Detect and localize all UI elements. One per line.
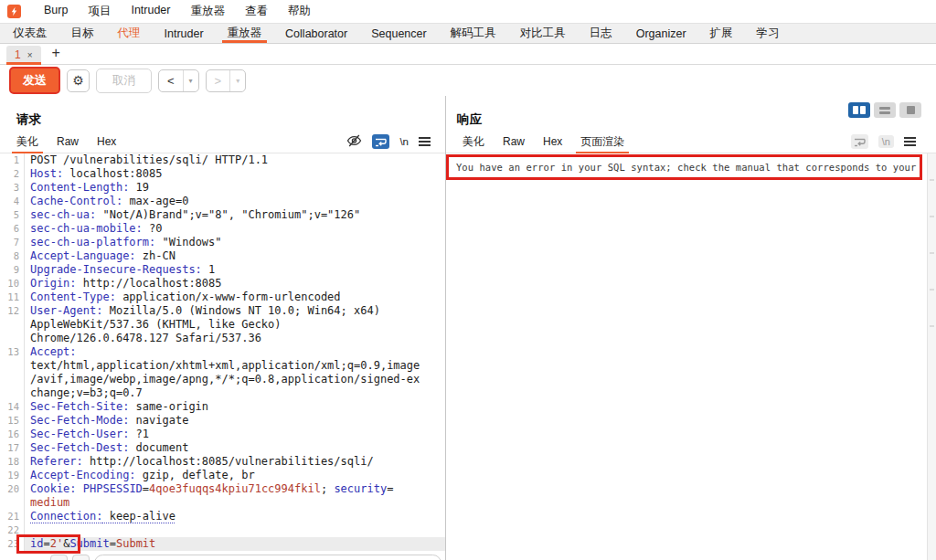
code-segment: Connection: — [30, 510, 102, 523]
code-segment: 2' — [50, 537, 63, 550]
code-segment: = — [43, 537, 49, 550]
search-option-button[interactable] — [50, 555, 68, 560]
request-line: 12User-Agent: Mozilla/5.0 (Windows NT 10… — [0, 304, 445, 318]
main-tab-organizer[interactable]: Organizer — [624, 24, 698, 43]
main-tab-decoder[interactable]: 解码工具 — [439, 24, 508, 43]
repeater-tab-1[interactable]: 1 × — [6, 46, 41, 64]
code-segment: sec-ch-ua: — [30, 208, 96, 221]
line-number: 17 — [0, 441, 24, 455]
code-segment: = — [387, 482, 393, 495]
request-line: 13Accept: — [0, 345, 445, 359]
code-segment: document — [129, 441, 188, 454]
request-line: change;v=b3;q=0.7 — [0, 386, 445, 400]
soft-wrap-toggle-icon[interactable] — [851, 134, 868, 149]
add-tab-button[interactable]: + — [52, 44, 60, 64]
search-input[interactable] — [94, 555, 441, 560]
code-segment: keep-alive — [102, 510, 175, 523]
history-back-dropdown[interactable]: ▾ — [184, 70, 198, 91]
burp-logo-icon — [7, 5, 21, 18]
request-search-bar — [0, 555, 441, 560]
editor-menu-icon[interactable] — [419, 137, 431, 146]
request-line: AppleWebKit/537.36 (KHTML, like Gecko) — [0, 318, 445, 332]
request-line-text: text/html,application/xhtml+xml,applicat… — [24, 359, 445, 373]
code-segment: PHPSESSID — [83, 482, 143, 495]
main-tab-learn[interactable]: 学习 — [745, 24, 792, 43]
main-tab-sequencer[interactable]: Sequencer — [359, 24, 438, 43]
code-segment: Sec-Fetch-Mode: — [30, 414, 129, 427]
code-segment: Submit — [116, 537, 155, 550]
request-line-text: change;v=b3;q=0.7 — [24, 386, 445, 400]
code-segment: id — [30, 537, 43, 550]
response-render-view[interactable]: You have an error in your SQL syntax; ch… — [446, 153, 927, 560]
code-segment: Sec-Fetch-Site: — [30, 400, 129, 413]
request-line-text: Content-Type: application/x-www-form-url… — [24, 291, 445, 304]
layout-single-button[interactable] — [899, 102, 921, 118]
cancel-button[interactable]: 取消 — [96, 69, 152, 93]
request-tab-pretty[interactable]: 美化 — [7, 131, 48, 153]
code-segment: change;v=b3;q=0.7 — [30, 386, 143, 399]
editor-menu-icon[interactable] — [904, 137, 916, 146]
code-segment: Cache-Control: — [30, 195, 122, 207]
search-option-button[interactable] — [72, 555, 90, 560]
main-tab-collaborator[interactable]: Collaborator — [273, 24, 359, 43]
main-tab-proxy[interactable]: 代理 — [106, 24, 153, 43]
menubar-item-2[interactable]: Intruder — [121, 4, 180, 19]
layout-columns-button[interactable] — [848, 102, 870, 118]
line-number — [0, 359, 24, 373]
layout-rows-button[interactable] — [874, 102, 896, 118]
main-tab-extensions[interactable]: 扩展 — [698, 24, 745, 43]
code-segment: ; — [321, 482, 334, 495]
response-tab-pretty[interactable]: 美化 — [453, 131, 494, 153]
code-segment: 19 — [129, 181, 149, 194]
main-tab-comparer[interactable]: 对比工具 — [508, 24, 578, 43]
menubar-item-4[interactable]: 查看 — [235, 4, 278, 19]
menubar-item-1[interactable]: 项目 — [78, 4, 121, 19]
request-line-text: POST /vulnerabilities/sqli/ HTTP/1.1 — [24, 153, 445, 167]
request-editor[interactable]: 1POST /vulnerabilities/sqli/ HTTP/1.12Ho… — [0, 153, 445, 560]
menubar-item-0[interactable]: Burp — [34, 4, 78, 19]
code-segment: ?0 — [143, 222, 163, 235]
hide-nonprintable-eye-icon[interactable] — [346, 134, 362, 150]
code-segment: Submit — [69, 537, 109, 550]
line-number: 1 — [0, 153, 24, 167]
response-tab-render[interactable]: 页面渲染 — [571, 131, 633, 153]
settings-gear-button[interactable]: ⚙ — [67, 69, 90, 92]
history-back-button[interactable]: < — [159, 70, 184, 91]
show-newlines-toggle-icon[interactable]: \n — [399, 136, 409, 147]
code-segment: zh-CN — [136, 249, 176, 262]
request-line: 20Cookie: PHPSESSID=4qoe3fuqqs4kpiu71cc9… — [0, 482, 445, 496]
line-number: 20 — [0, 482, 24, 496]
request-tab-raw[interactable]: Raw — [48, 131, 88, 153]
send-button[interactable]: 发送 — [9, 67, 60, 94]
code-segment: application/x-www-form-urlencoded — [116, 291, 341, 303]
history-forward-dropdown[interactable]: ▾ — [230, 70, 245, 91]
main-tab-target[interactable]: 目标 — [59, 24, 106, 43]
repeater-tab-bar: 1 × + — [0, 44, 936, 65]
repeater-tab-label: 1 — [15, 48, 21, 61]
request-line: 1POST /vulnerabilities/sqli/ HTTP/1.1 — [0, 153, 445, 167]
response-scrollbar[interactable] — [927, 153, 936, 560]
close-tab-icon[interactable]: × — [27, 50, 33, 60]
line-number: 16 — [0, 428, 24, 441]
show-newlines-toggle-icon[interactable]: \n — [878, 135, 894, 148]
history-forward-button[interactable]: > — [207, 70, 231, 91]
response-tab-hex[interactable]: Hex — [534, 131, 571, 153]
code-segment: Sec-Fetch-Dest: — [30, 441, 129, 454]
soft-wrap-toggle-icon[interactable] — [372, 134, 389, 149]
code-segment: http://localhost:8085 — [77, 277, 222, 290]
code-segment: Upgrade-Insecure-Requests: — [30, 263, 202, 276]
main-tab-repeater[interactable]: 重放器 — [216, 24, 274, 43]
code-segment: sec-ch-ua-platform: — [30, 236, 155, 248]
request-line: 19Accept-Encoding: gzip, deflate, br — [0, 469, 445, 482]
main-tab-logger[interactable]: 日志 — [578, 24, 624, 43]
main-tab-dashboard[interactable]: 仪表盘 — [1, 24, 59, 43]
main-tab-intruder[interactable]: Intruder — [153, 24, 216, 43]
line-number: 7 — [0, 236, 24, 249]
code-segment: gzip, deflate, br — [136, 469, 255, 481]
request-tab-hex[interactable]: Hex — [88, 131, 125, 153]
line-number: 6 — [0, 222, 24, 236]
menubar-item-3[interactable]: 重放器 — [181, 4, 236, 19]
response-tab-raw[interactable]: Raw — [494, 131, 534, 153]
menubar-item-5[interactable]: 帮助 — [278, 4, 321, 19]
code-segment: text/html,application/xhtml+xml,applicat… — [30, 359, 420, 372]
